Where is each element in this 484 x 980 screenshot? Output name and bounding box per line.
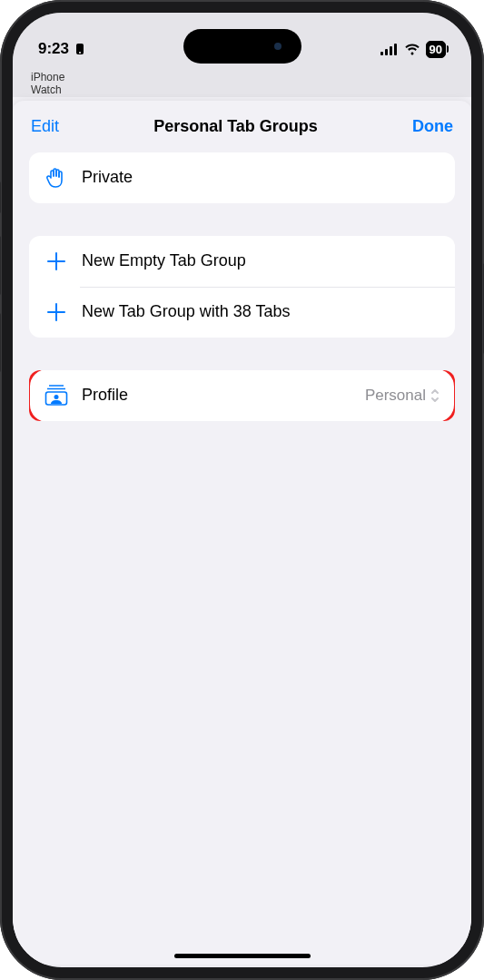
private-group: Private — [29, 152, 455, 203]
profile-value-container: Personal — [365, 387, 440, 405]
dynamic-island — [183, 29, 301, 64]
svg-rect-5 — [394, 44, 397, 55]
profile-row[interactable]: Profile Personal — [29, 370, 455, 421]
new-with-tabs-label: New Tab Group with 38 Tabs — [82, 302, 440, 321]
new-tab-group-actions: New Empty Tab Group New Tab Group with 3… — [29, 236, 455, 338]
private-label: Private — [82, 168, 440, 187]
edit-button[interactable]: Edit — [31, 117, 59, 136]
wifi-icon — [404, 44, 420, 55]
screen: 9:23 90 iPhone Watch — [13, 13, 471, 967]
new-empty-tab-group-row[interactable]: New Empty Tab Group — [29, 236, 455, 287]
profile-value: Personal — [365, 387, 426, 405]
plus-icon — [44, 299, 69, 325]
profile-group: Profile Personal — [29, 370, 455, 421]
sheet-header: Edit Personal Tab Groups Done — [13, 101, 471, 152]
background-app-preview: iPhone Watch — [13, 69, 471, 97]
volume-down-button — [0, 313, 1, 372]
svg-point-1 — [79, 52, 81, 54]
profile-label: Profile — [82, 386, 365, 405]
home-indicator[interactable] — [174, 954, 311, 958]
new-tab-group-with-tabs-row[interactable]: New Tab Group with 38 Tabs — [29, 287, 455, 338]
battery-indicator: 90 — [426, 41, 446, 58]
phone-frame: 9:23 90 iPhone Watch — [0, 0, 484, 980]
tab-groups-sheet: Edit Personal Tab Groups Done — [13, 101, 471, 965]
svg-rect-3 — [385, 49, 388, 55]
plus-icon — [44, 249, 69, 274]
hand-raised-icon — [44, 165, 69, 191]
done-button[interactable]: Done — [412, 117, 453, 136]
silence-switch — [0, 181, 1, 213]
sheet-title: Personal Tab Groups — [153, 117, 318, 136]
status-time: 9:23 — [38, 40, 69, 58]
chevron-up-down-icon — [430, 387, 440, 404]
svg-rect-2 — [380, 52, 383, 55]
volume-up-button — [0, 236, 1, 295]
svg-rect-4 — [390, 46, 392, 55]
cellular-signal-icon — [380, 44, 399, 55]
svg-point-9 — [54, 395, 59, 399]
profile-card-icon — [44, 383, 69, 408]
new-empty-label: New Empty Tab Group — [82, 251, 440, 270]
location-indicator-icon — [74, 43, 85, 55]
private-row[interactable]: Private — [29, 152, 455, 203]
